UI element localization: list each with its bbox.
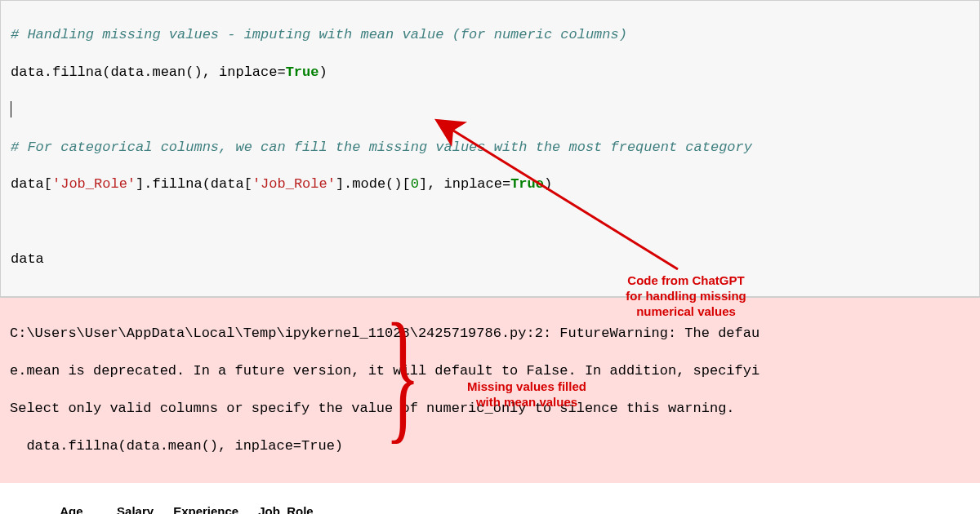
annotation-text: with mean values [453,395,600,410]
annotation-text: Missing values filled [453,379,600,395]
annotation-meanvalues: Missing values filled with mean values [453,379,600,410]
annotation-brace-icon: } [385,302,421,449]
annotation-arrow-icon [0,0,980,514]
svg-line-0 [453,131,678,269]
